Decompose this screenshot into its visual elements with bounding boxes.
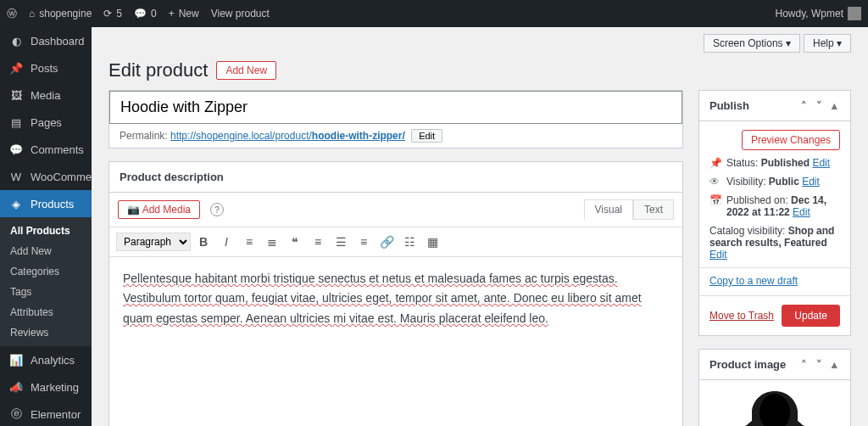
submenu-tags[interactable]: Tags (0, 282, 92, 302)
new-content[interactable]: +New (169, 8, 199, 20)
chevron-up-icon[interactable]: ˄ (798, 99, 810, 112)
menu-marketing[interactable]: 📣Marketing (0, 373, 92, 401)
edit-visibility[interactable]: Edit (802, 176, 820, 188)
help-icon[interactable]: ? (210, 203, 224, 216)
user-greeting[interactable]: Howdy, Wpmet (776, 7, 861, 20)
ul-button[interactable]: ≡ (239, 231, 259, 253)
menu-media[interactable]: 🖼Media (0, 81, 92, 109)
permalink: Permalink: http://shopengine.local/produ… (109, 124, 682, 148)
tab-text[interactable]: Text (633, 199, 674, 220)
avatar (848, 7, 861, 20)
paragraph-select[interactable]: Paragraph (116, 233, 191, 251)
site-name[interactable]: ⌂shopengine (29, 8, 92, 20)
publish-title: Publish (709, 99, 749, 112)
submenu-attributes[interactable]: Attributes (0, 302, 92, 322)
eye-icon: 👁 (709, 176, 721, 188)
preview-changes-button[interactable]: Preview Changes (742, 130, 840, 150)
chevron-down-icon[interactable]: ˅ (813, 358, 825, 371)
comments[interactable]: 💬0 (134, 8, 157, 20)
bold-button[interactable]: B (193, 231, 214, 253)
products-submenu: All Products Add New Categories Tags Att… (0, 217, 92, 346)
menu-posts[interactable]: 📌Posts (0, 54, 92, 81)
menu-products[interactable]: ◈Products (0, 190, 92, 217)
submenu-add-new[interactable]: Add New (0, 241, 92, 261)
editor-body[interactable]: Pellentesque habitant morbi tristique se… (109, 257, 682, 426)
plus-icon: + (169, 8, 175, 20)
page-title: Edit product (108, 59, 208, 81)
submenu-categories[interactable]: Categories (0, 261, 92, 282)
align-left-button[interactable]: ≡ (308, 231, 328, 253)
menu-elementor[interactable]: ⓔElementor (0, 401, 92, 426)
menu-pages[interactable]: ▤Pages (0, 109, 92, 136)
comment-icon: 💬 (134, 8, 147, 20)
format-toolbar: Paragraph B I ≡ ≣ ❝ ≡ ☰ ≡ 🔗 ☷ ▦ (109, 227, 682, 257)
wordpress-icon: ⓦ (7, 7, 17, 21)
product-image[interactable] (711, 387, 838, 426)
description-header: Product description (109, 162, 682, 193)
refresh-icon: ⟳ (103, 8, 112, 20)
menu-comments[interactable]: 💬Comments (0, 136, 92, 163)
menu-dashboard[interactable]: ◐Dashboard (0, 27, 92, 54)
help[interactable]: Help ▾ (804, 34, 851, 53)
tab-visual[interactable]: Visual (584, 199, 633, 220)
add-new-button[interactable]: Add New (216, 61, 276, 80)
align-right-button[interactable]: ≡ (353, 231, 374, 253)
products-icon: ◈ (8, 196, 24, 211)
italic-button[interactable]: I (216, 231, 236, 253)
updates[interactable]: ⟳5 (103, 8, 122, 20)
edit-published[interactable]: Edit (793, 206, 810, 218)
product-image-title: Product image (709, 358, 786, 371)
chevron-down-icon[interactable]: ˅ (813, 99, 825, 112)
align-center-button[interactable]: ☰ (331, 231, 351, 253)
key-icon: 📌 (709, 157, 721, 169)
submenu-all-products[interactable]: All Products (0, 221, 92, 241)
toggle-icon[interactable]: ▴ (828, 99, 840, 112)
permalink-link[interactable]: http://shopengine.local/product/hoodie-w… (170, 130, 405, 142)
pin-icon: 📌 (8, 60, 24, 76)
menu-woocommerce[interactable]: WWooCommerce (0, 163, 92, 190)
content: Screen Options ▾ Help ▾ Edit product Add… (92, 27, 868, 426)
update-button[interactable]: Update (782, 305, 840, 327)
copy-draft[interactable]: Copy to a new draft (709, 275, 798, 287)
toggle-icon[interactable]: ▴ (828, 358, 840, 371)
link-button[interactable]: 🔗 (376, 231, 397, 253)
edit-catalog[interactable]: Edit (709, 249, 727, 261)
admin-sidebar: ◐Dashboard 📌Posts 🖼Media ▤Pages 💬Comment… (0, 27, 92, 426)
menu-analytics[interactable]: 📊Analytics (0, 346, 92, 373)
dashboard-icon: ◐ (8, 33, 24, 48)
calendar-icon: 📅 (709, 194, 721, 206)
description-box: Product description 📷 Add Media ? Visual… (108, 161, 683, 426)
publish-box: Publish ˄˅▴ Preview Changes 📌Status: Pub… (698, 90, 851, 336)
product-title-input[interactable] (109, 91, 682, 124)
analytics-icon: 📊 (8, 352, 24, 367)
product-image-box: Product image ˄˅▴ ? (698, 349, 851, 426)
add-media-button[interactable]: 📷 Add Media (118, 200, 200, 219)
marketing-icon: 📣 (8, 379, 24, 395)
toolbar-toggle[interactable]: ▦ (422, 231, 442, 253)
admin-bar: ⓦ ⌂shopengine ⟳5 💬0 +New View product Ho… (0, 0, 868, 27)
readmore-button[interactable]: ☷ (399, 231, 420, 253)
page-icon: ▤ (8, 115, 24, 130)
ol-button[interactable]: ≣ (262, 231, 282, 253)
media-icon: 🖼 (8, 87, 24, 103)
wp-logo[interactable]: ⓦ (7, 7, 17, 21)
elementor-icon: ⓔ (8, 406, 24, 422)
chevron-up-icon[interactable]: ˄ (798, 358, 810, 371)
title-box: Permalink: http://shopengine.local/produ… (108, 90, 683, 149)
comment-icon: 💬 (8, 142, 24, 157)
quote-button[interactable]: ❝ (285, 231, 305, 253)
screen-options[interactable]: Screen Options ▾ (704, 34, 800, 53)
edit-status[interactable]: Edit (812, 157, 830, 169)
home-icon: ⌂ (29, 8, 35, 20)
woo-icon: W (8, 169, 24, 184)
submenu-reviews[interactable]: Reviews (0, 322, 92, 343)
move-trash[interactable]: Move to Trash (709, 310, 774, 322)
permalink-edit[interactable]: Edit (411, 129, 442, 143)
view-product[interactable]: View product (211, 8, 270, 20)
